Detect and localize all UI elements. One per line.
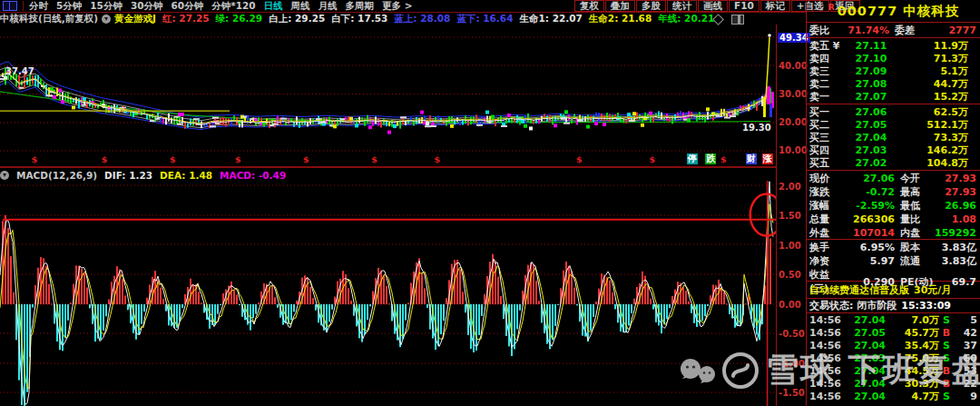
market-status-time: 15:33:09 [901, 300, 951, 312]
quote-label: 涨跌 [809, 185, 846, 199]
tab-daily[interactable]: 日线 [264, 0, 283, 12]
tick-side: S [939, 314, 954, 326]
f10-button[interactable]: F10 [729, 0, 760, 12]
macd-canvas[interactable] [0, 181, 776, 406]
margin-flag: R [828, 0, 835, 12]
level-volume: 62.5万 [895, 105, 968, 119]
level-label: 买二 [809, 118, 848, 132]
quote-value: 6.95% [846, 242, 895, 253]
axis-tick: 30.00 [779, 89, 806, 99]
tab-more[interactable]: 更多 > [382, 0, 412, 12]
weicha-label: 委差 [889, 24, 918, 37]
tick-time: 14:56 [809, 314, 842, 326]
sell-level-row[interactable]: 卖五 ¥27.1111.9万 [807, 39, 980, 52]
weibi-label: 委比 [809, 24, 837, 37]
macd-indicator-panel[interactable] [0, 181, 776, 406]
main-chart-canvas[interactable] [0, 25, 776, 168]
collapse-chevron-icon[interactable]: ▾ [102, 15, 111, 24]
sell-level-row[interactable]: 卖四27.1071.3万 [807, 52, 980, 64]
study-field: 红: 27.25 [162, 13, 210, 25]
buy-level-row[interactable]: 买四27.03146.2万 [807, 144, 980, 156]
overlay-button[interactable]: 叠加 [605, 0, 635, 12]
stats-button[interactable]: 统计 [667, 0, 697, 12]
event-badge: 停 [687, 153, 698, 164]
stock-name-row[interactable]: R 000777 中核科技 [807, 0, 980, 23]
level-volume: 146.2万 [895, 144, 968, 157]
event-badge: 涨 [762, 153, 773, 164]
tab-multiperiod[interactable]: 多周期 [346, 0, 375, 12]
stock-code: 000777 [838, 4, 898, 18]
sell-level-row[interactable]: 卖二27.0844.7万 [807, 77, 980, 90]
quote-value: 27.93 [933, 186, 976, 198]
event-dollar-mark: $ [434, 154, 440, 164]
level-label: 卖三 [809, 64, 848, 78]
quote-label: 量比 [895, 213, 933, 226]
tab-30min[interactable]: 30分钟 [131, 0, 163, 12]
macd-axis-tick: 2.00 [779, 182, 806, 192]
price-label-start: 37.47 [5, 66, 34, 76]
study-name[interactable]: 黄金游戏J [114, 13, 156, 25]
trading-terminal-window: 分时 5分钟 15分钟 30分钟 60分钟 分钟*120 日线 周线 月线 多周… [0, 0, 980, 406]
tab-15min[interactable]: 15分钟 [90, 0, 122, 12]
study-field: 蓝下: 16.64 [456, 13, 513, 25]
tab-min120[interactable]: 分钟*120 [211, 0, 255, 12]
collapse-chevron-icon[interactable]: ▾ [0, 171, 9, 180]
level-price: 27.07 [848, 91, 895, 103]
axis-tick: 40.00 [779, 61, 806, 71]
weibi-row: 委比 71.74% 委差 2777 [807, 23, 980, 38]
buy-levels: 买一27.0662.5万 买二27.05512.1万 买三27.0473.3万 … [807, 104, 980, 171]
fundamental-summary: 换手6.95%股本3.83亿 净资5.97流通3.83亿 收益(三)0.290P… [807, 240, 980, 282]
split-view-icon[interactable] [3, 1, 17, 11]
level-price: 27.08 [848, 78, 895, 90]
tab-monthly[interactable]: 月线 [318, 0, 338, 12]
study-field: 白上: 29.25 [269, 13, 325, 25]
macd-axis-tick: -0.50 [779, 329, 806, 339]
macd-name[interactable]: MACD(12,26,9) [16, 170, 97, 181]
macd-axis-tick: 1.50 [779, 211, 806, 221]
main-chart-header: 中核科技(日线,前复权) ▾ 黄金游戏J 红: 27.25 绿: 26.29 白… [0, 13, 776, 25]
drawline-button[interactable]: 画线 [698, 0, 728, 12]
subscription-banner[interactable]: 自动续费通达信普及版 30元/月 [807, 282, 980, 299]
level-price: 27.03 [848, 144, 895, 156]
buy-level-row[interactable]: 买五27.02104.8万 [807, 156, 980, 169]
level-label: 卖五 ¥ [809, 39, 848, 53]
event-dollar-mark: $ [720, 154, 727, 164]
buy-level-row[interactable]: 买三27.0473.3万 [807, 131, 980, 144]
weicha-value: 2777 [918, 25, 976, 36]
multistock-button[interactable]: 多股 [636, 0, 666, 12]
chart-title: 中核科技(日线,前复权) [0, 13, 98, 25]
fuquan-button[interactable]: 复权 [574, 0, 604, 12]
tick-volume: 7.0万 [886, 313, 939, 327]
level-volume: 44.7万 [895, 77, 968, 91]
tab-weekly[interactable]: 周线 [291, 0, 310, 12]
level-volume: 15.2万 [895, 90, 968, 104]
quote-label: 流通 [895, 254, 933, 268]
sell-level-row[interactable]: 卖一27.0715.2万 [807, 90, 980, 103]
quote-value: 1.08 [933, 213, 976, 225]
level-label: 卖一 [809, 90, 848, 104]
quote-panel: R 000777 中核科技 委比 71.74% 委差 2777 卖五 ¥27.1… [806, 0, 980, 406]
macd-axis-tick: 0.50 [779, 270, 806, 280]
mark-button[interactable]: 标记 [760, 0, 790, 12]
sell-level-row[interactable]: 卖三27.095.1万 [807, 64, 980, 77]
study-field: 年线: 20.21 [658, 13, 714, 25]
tab-60min[interactable]: 60分钟 [172, 0, 204, 12]
event-dollar-mark: $ [170, 154, 176, 164]
watermark: 雪球 下班复盘 [679, 348, 980, 392]
level-volume: 11.9万 [895, 39, 968, 53]
main-price-chart[interactable]: 37.47 19.30 $$$$$$$$$$停跌财涨 [0, 25, 776, 168]
study-field: 绿: 26.29 [216, 13, 263, 25]
level-price: 27.11 [848, 40, 895, 52]
tab-5min[interactable]: 5分钟 [56, 0, 82, 12]
buy-level-row[interactable]: 买二27.05512.1万 [807, 118, 980, 131]
tick-row: 14:5627.047.0万S5 [807, 313, 980, 326]
level-label: 卖四 [809, 52, 848, 65]
tick-volume: 45.7万 [886, 326, 939, 340]
level-price: 27.05 [848, 119, 895, 131]
buy-level-row[interactable]: 买一27.0662.5万 [807, 105, 980, 118]
tick-price: 27.05 [842, 327, 886, 339]
event-dollar-mark: $ [303, 154, 309, 164]
quote-label: 现价 [809, 172, 846, 185]
market-status: 交易状态: 闭市阶段 [809, 299, 897, 312]
tab-fenshi[interactable]: 分时 [29, 0, 48, 12]
